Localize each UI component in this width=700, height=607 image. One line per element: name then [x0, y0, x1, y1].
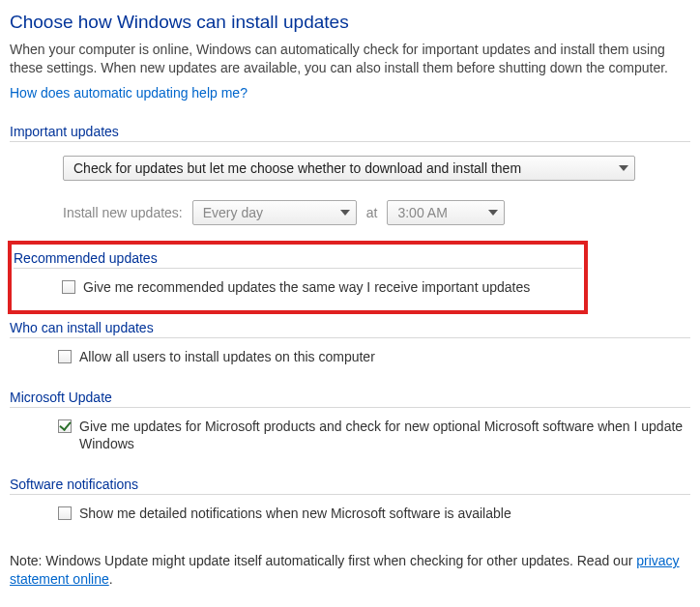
page-title: Choose how Windows can install updates — [10, 12, 690, 33]
recommended-updates-highlight: Recommended updates Give me recommended … — [8, 241, 588, 314]
software-notifications-checkbox[interactable] — [58, 506, 72, 520]
section-recommended-updates: Recommended updates — [14, 250, 582, 269]
update-mode-dropdown[interactable]: Check for updates but let me choose whet… — [63, 156, 635, 181]
allow-all-users-checkbox[interactable] — [58, 350, 72, 363]
schedule-label: Install new updates: — [63, 205, 183, 220]
allow-all-users-label: Allow all users to install updates on th… — [79, 348, 690, 366]
chevron-down-icon — [488, 210, 498, 216]
chevron-down-icon — [619, 165, 628, 171]
section-software-notifications: Software notifications — [10, 477, 690, 495]
footer-note: Note: Windows Update might update itself… — [10, 552, 690, 589]
microsoft-update-label: Give me updates for Microsoft products a… — [79, 418, 690, 454]
chevron-down-icon — [340, 210, 350, 216]
section-important-updates: Important updates — [10, 124, 690, 142]
at-label: at — [366, 205, 378, 220]
help-link[interactable]: How does automatic updating help me? — [10, 85, 248, 101]
schedule-time-value: 3:00 AM — [397, 205, 447, 220]
recommended-updates-checkbox[interactable] — [62, 280, 75, 294]
schedule-day-dropdown[interactable]: Every day — [192, 200, 357, 225]
schedule-time-dropdown[interactable]: 3:00 AM — [387, 200, 505, 225]
microsoft-update-checkbox[interactable] — [58, 419, 72, 433]
section-who-can-install: Who can install updates — [10, 320, 690, 338]
section-microsoft-update: Microsoft Update — [10, 390, 690, 408]
schedule-day-value: Every day — [203, 205, 263, 220]
software-notifications-label: Show me detailed notifications when new … — [79, 505, 690, 523]
intro-text: When your computer is online, Windows ca… — [10, 41, 690, 77]
update-mode-value: Check for updates but let me choose whet… — [73, 160, 521, 176]
note-prefix: Note: Windows Update might update itself… — [10, 553, 636, 568]
recommended-updates-label: Give me recommended updates the same way… — [83, 278, 582, 297]
note-suffix: . — [109, 571, 113, 587]
